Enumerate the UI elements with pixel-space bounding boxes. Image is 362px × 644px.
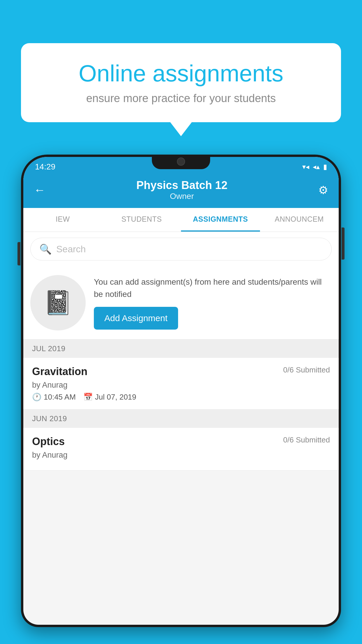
search-bar[interactable]: 🔍 Search	[30, 238, 332, 260]
back-button[interactable]: ←	[34, 183, 45, 197]
speech-bubble-container: Online assignments ensure more practice …	[21, 43, 341, 122]
phone-camera	[177, 158, 185, 166]
meta-date-gravitation: 📅 Jul 07, 2019	[83, 393, 136, 402]
info-card: 📓 You can add assignment(s) from here an…	[23, 266, 339, 340]
assignment-by-gravitation: by Anurag	[32, 381, 330, 390]
signal-icon: ◂▴	[313, 163, 320, 171]
assignment-submitted-gravitation: 0/6 Submitted	[283, 365, 330, 374]
phone-notch	[152, 155, 210, 169]
notebook-icon-wrap: 📓	[30, 275, 86, 330]
section-month-jun: JUN 2019	[32, 414, 67, 423]
battery-icon: ▮	[323, 163, 327, 171]
status-time: 14:29	[35, 162, 55, 172]
assignment-submitted-optics: 0/6 Submitted	[283, 435, 330, 444]
speech-bubble-title: Online assignments	[41, 61, 321, 86]
assignment-date-gravitation: Jul 07, 2019	[95, 393, 136, 402]
tabs-container: IEW STUDENTS ASSIGNMENTS ANNOUNCEM	[23, 208, 339, 232]
assignment-item-gravitation[interactable]: Gravitation 0/6 Submitted by Anurag 🕐 10…	[23, 358, 339, 410]
settings-button[interactable]: ⚙	[318, 184, 328, 197]
tab-iew[interactable]: IEW	[23, 208, 102, 232]
power-button-right	[342, 228, 345, 260]
phone-screen: 14:29 ▾◂ ◂▴ ▮ ← Physics Batch 12 Owner ⚙…	[23, 157, 339, 625]
header-center: Physics Batch 12 Owner	[136, 179, 228, 201]
assignment-meta-gravitation: 🕐 10:45 AM 📅 Jul 07, 2019	[32, 393, 330, 402]
speech-bubble: Online assignments ensure more practice …	[21, 43, 341, 122]
app-header: ← Physics Batch 12 Owner ⚙	[23, 173, 339, 208]
clock-icon: 🕐	[32, 393, 41, 402]
assignment-time-gravitation: 10:45 AM	[44, 393, 76, 402]
batch-title: Physics Batch 12	[136, 179, 228, 192]
section-month-jul: JUL 2019	[32, 344, 65, 353]
meta-time-gravitation: 🕐 10:45 AM	[32, 393, 76, 402]
search-container: 🔍 Search	[23, 232, 339, 266]
add-assignment-button[interactable]: Add Assignment	[94, 307, 178, 330]
phone-outer: 14:29 ▾◂ ◂▴ ▮ ← Physics Batch 12 Owner ⚙…	[21, 155, 341, 627]
info-card-content: You can add assignment(s) from here and …	[94, 276, 330, 330]
speech-bubble-subtitle: ensure more practice for your students	[41, 92, 321, 105]
assignment-top-optics: Optics 0/6 Submitted	[32, 435, 330, 448]
phone-frame: 14:29 ▾◂ ◂▴ ▮ ← Physics Batch 12 Owner ⚙…	[21, 155, 341, 644]
section-header-jun: JUN 2019	[23, 410, 339, 428]
assignment-by-optics: by Anurag	[32, 451, 330, 460]
info-card-text: You can add assignment(s) from here and …	[94, 276, 330, 300]
wifi-icon: ▾◂	[302, 163, 309, 171]
volume-button-left	[17, 242, 20, 265]
assignment-name-optics: Optics	[32, 435, 65, 448]
tab-assignments[interactable]: ASSIGNMENTS	[181, 208, 260, 232]
search-placeholder-text: Search	[56, 244, 86, 255]
notebook-icon: 📓	[43, 289, 73, 316]
search-icon: 🔍	[39, 243, 52, 255]
assignment-item-optics[interactable]: Optics 0/6 Submitted by Anurag	[23, 428, 339, 470]
assignment-top: Gravitation 0/6 Submitted	[32, 365, 330, 378]
tab-announcements[interactable]: ANNOUNCEM	[260, 208, 339, 232]
assignment-name-gravitation: Gravitation	[32, 365, 87, 378]
calendar-icon: 📅	[83, 393, 93, 402]
owner-label: Owner	[136, 192, 228, 201]
tab-students[interactable]: STUDENTS	[102, 208, 181, 232]
status-icons: ▾◂ ◂▴ ▮	[302, 163, 327, 171]
section-header-jul: JUL 2019	[23, 340, 339, 358]
